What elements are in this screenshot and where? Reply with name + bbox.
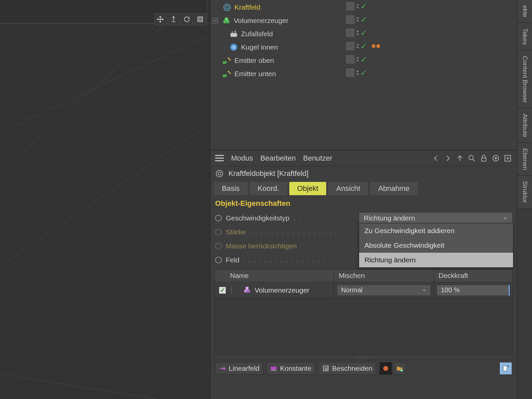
side-tab-takes[interactable]: Takes xyxy=(517,23,532,51)
svg-point-25 xyxy=(495,157,496,159)
side-tab-structure[interactable]: Struktur xyxy=(517,176,532,209)
anim-dot[interactable] xyxy=(215,215,222,221)
layer-toggle[interactable] xyxy=(346,42,354,50)
menu-icon[interactable] xyxy=(215,155,224,161)
svg-rect-6 xyxy=(199,18,201,20)
tab-objekt[interactable]: Objekt xyxy=(289,182,327,195)
enable-check-icon[interactable]: ✓ xyxy=(360,42,367,50)
svg-rect-30 xyxy=(247,290,250,293)
viewport-toolbar xyxy=(154,13,206,25)
constant-field-button[interactable]: Konstante xyxy=(266,362,315,375)
enable-check-icon[interactable]: ✓ xyxy=(360,69,367,77)
search-icon[interactable] xyxy=(467,154,476,163)
anim-dot[interactable] xyxy=(215,257,222,263)
new-window-icon[interactable] xyxy=(503,154,512,163)
expand-toggle[interactable]: − xyxy=(212,18,218,23)
col-name[interactable]: Name xyxy=(215,269,334,282)
svg-rect-33 xyxy=(271,369,277,371)
layer-toggle[interactable] xyxy=(346,15,354,24)
force-field-icon xyxy=(222,3,232,12)
layer-toggle[interactable] xyxy=(346,55,354,64)
anim-dot[interactable] xyxy=(215,229,222,235)
object-row-kraftfeld[interactable]: Kraftfeld ✓ xyxy=(210,1,517,14)
tab-abnahme[interactable]: Abnahme xyxy=(370,182,417,195)
force-field-icon xyxy=(215,169,224,178)
mix-dropdown[interactable]: Normal xyxy=(337,285,431,296)
new-layer-icon[interactable] xyxy=(499,362,512,375)
folder-add-icon[interactable] xyxy=(393,362,406,375)
volume-builder-icon xyxy=(243,285,251,295)
object-row-kugel[interactable]: Kugel innen ✓ xyxy=(210,41,517,54)
opacity-field[interactable]: 100 % xyxy=(437,285,510,296)
object-row-emitter-unten[interactable]: Emitter unten ✓ xyxy=(210,67,517,80)
svg-rect-12 xyxy=(230,33,237,37)
attr-toolbar: Modus Bearbeiten Benutzer xyxy=(210,150,517,166)
svg-rect-13 xyxy=(232,31,233,33)
tab-koord[interactable]: Koord. xyxy=(250,182,287,195)
emitter-icon xyxy=(222,69,232,78)
linear-field-button[interactable]: Linearfeld xyxy=(215,362,263,375)
anim-dot[interactable] xyxy=(215,243,222,249)
svg-rect-14 xyxy=(234,31,236,33)
layer-toggle[interactable] xyxy=(346,29,354,37)
svg-point-21 xyxy=(229,72,231,74)
layer-toggle[interactable] xyxy=(346,2,354,10)
target-icon[interactable] xyxy=(491,154,500,163)
frame-icon[interactable] xyxy=(194,13,206,25)
mask-add-icon[interactable] xyxy=(379,362,392,375)
menu-mode[interactable]: Modus xyxy=(231,154,253,163)
object-row-emitter-oben[interactable]: Emitter oben ✓ xyxy=(210,54,517,67)
dd-option-direction[interactable]: Richtung ändern xyxy=(359,253,513,267)
side-tab-attribute[interactable]: Attribute xyxy=(517,108,532,143)
attribute-manager: Modus Bearbeiten Benutzer Kraftfeldobjek… xyxy=(210,150,517,399)
side-tab-objects[interactable]: ekte xyxy=(517,0,532,23)
dd-option-add[interactable]: Zu Geschwindigkeit addieren xyxy=(359,223,513,238)
side-tabs: ekte Takes Content Browser Attribute Ebe… xyxy=(517,0,532,399)
side-tab-layers[interactable]: Ebenen xyxy=(517,143,532,176)
velocity-type-menu: Zu Geschwindigkeit addieren Absolute Ges… xyxy=(359,223,513,268)
field-list-empty[interactable] xyxy=(214,298,513,355)
velocity-type-dropdown[interactable]: Richtung ändern xyxy=(359,212,513,224)
rotate-icon[interactable] xyxy=(181,13,193,25)
resize-grip[interactable]: • • • • • xyxy=(210,355,517,360)
layer-toggle[interactable] xyxy=(346,68,354,77)
lock-icon[interactable] xyxy=(479,154,488,163)
svg-rect-5 xyxy=(198,17,203,22)
clip-field-button[interactable]: Beschneiden xyxy=(319,362,376,375)
enable-check-icon[interactable]: ✓ xyxy=(360,29,367,37)
nav-back-icon[interactable] xyxy=(432,154,440,163)
field-row[interactable]: ✓ Volumenerzeuger Normal xyxy=(214,282,513,298)
chevron-down-icon xyxy=(422,288,427,293)
svg-point-11 xyxy=(225,17,228,21)
menu-user[interactable]: Benutzer xyxy=(303,154,332,163)
section-title: Objekt-Eigenschaften xyxy=(210,197,517,211)
object-label: Emitter unten xyxy=(234,70,276,78)
svg-rect-23 xyxy=(482,158,486,161)
svg-point-28 xyxy=(218,172,221,175)
menu-edit[interactable]: Bearbeiten xyxy=(260,154,296,163)
tab-ansicht[interactable]: Ansicht xyxy=(328,182,368,195)
row-enable-checkbox[interactable]: ✓ xyxy=(219,287,226,294)
object-row-zufallsfeld[interactable]: Zufallsfeld ✓ xyxy=(210,27,517,41)
side-tab-content-browser[interactable]: Content Browser xyxy=(517,51,532,109)
svg-point-27 xyxy=(216,170,223,177)
enable-check-icon[interactable]: ✓ xyxy=(360,2,367,10)
dolly-icon[interactable] xyxy=(168,13,180,25)
svg-point-7 xyxy=(224,4,230,11)
col-opacity[interactable]: Deckkraft xyxy=(434,269,512,282)
svg-point-20 xyxy=(228,71,229,72)
object-row-volumenerzeuger[interactable]: − Volumenerzeuger ✓ xyxy=(210,14,517,27)
svg-rect-38 xyxy=(503,366,507,371)
dd-option-absolute[interactable]: Absolute Geschwindigkeit xyxy=(359,238,513,253)
tab-basis[interactable]: Basis xyxy=(214,182,248,195)
move-icon[interactable] xyxy=(154,13,166,25)
volume-builder-icon xyxy=(222,16,231,25)
col-mix[interactable]: Mischen xyxy=(334,269,434,282)
nav-up-icon[interactable] xyxy=(456,154,464,163)
object-manager[interactable]: Kraftfeld ✓ − Volumenerzeuger ✓ xyxy=(210,0,517,150)
enable-check-icon[interactable]: ✓ xyxy=(360,16,367,24)
viewport[interactable] xyxy=(0,0,210,399)
enable-check-icon[interactable]: ✓ xyxy=(360,56,367,64)
svg-point-18 xyxy=(229,59,231,61)
nav-fwd-icon[interactable] xyxy=(444,154,452,163)
